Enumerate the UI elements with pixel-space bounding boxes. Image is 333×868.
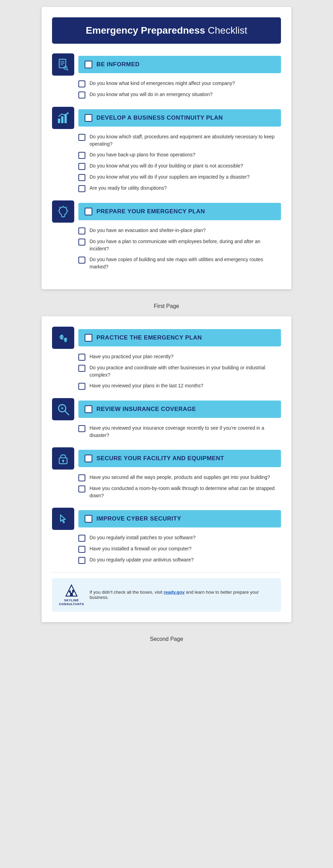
ready-gov-link[interactable]: ready.gov — [164, 590, 185, 595]
title-normal: Checklist — [205, 25, 247, 36]
section-header: PREPARE YOUR EMERGENCY PLAN — [52, 200, 281, 223]
item-checkbox[interactable] — [78, 257, 85, 264]
header-page: Emergency Preparedness Checklist BE INFO… — [42, 7, 291, 289]
section-checkbox-insurance[interactable] — [85, 405, 92, 413]
item-checkbox[interactable] — [78, 152, 85, 159]
section-practice-plan: PRACTICE THE EMERGENCY PLANHave you prac… — [52, 327, 281, 390]
item-text: Do you have a plan to communicate with e… — [89, 238, 281, 252]
section-header: DEVELOP A BUSINESS CONTINUITY PLAN — [52, 107, 281, 129]
section-be-informed: BE INFORMEDDo you know what kind of emer… — [52, 53, 281, 98]
chart-arrow-icon — [52, 107, 74, 129]
item-checkbox[interactable] — [78, 92, 85, 98]
section-header-facility: SECURE YOUR FACILITY AND EQUIPMENT — [52, 447, 281, 470]
list-item: Do you know which staff, procedures and … — [78, 133, 281, 148]
item-text: Do you have copies of building and site … — [89, 256, 281, 270]
section-checkbox-practice-plan[interactable] — [85, 334, 92, 342]
item-checkbox[interactable] — [78, 227, 85, 234]
footer-logo: SKYLINECONSULTANTS — [59, 584, 84, 606]
section-title-practice-plan: PRACTICE THE EMERGENCY PLAN — [96, 334, 202, 341]
list-item: Do you regularly update your antivirus s… — [78, 556, 281, 564]
item-checkbox[interactable] — [78, 383, 85, 390]
item-checkbox[interactable] — [78, 174, 85, 181]
svg-line-21 — [65, 411, 69, 415]
section-title-bar: IMPROVE CYBER SECURITY — [78, 510, 281, 527]
item-text: Have you reviewed your insurance coverag… — [89, 424, 281, 439]
section-checkbox[interactable] — [85, 61, 92, 68]
item-text: Do you know what kind of emergencies mig… — [89, 80, 235, 87]
item-text: Are you ready for utility disruptions? — [89, 184, 167, 192]
section-title-bar: PREPARE YOUR EMERGENCY PLAN — [78, 203, 281, 220]
list-item: Have you secured all the ways people, pr… — [78, 474, 281, 481]
gears-icon — [52, 327, 74, 349]
list-item: Do you practice and coordinate with othe… — [78, 364, 281, 379]
section-checkbox[interactable] — [85, 114, 92, 122]
list-item: Are you ready for utility disruptions? — [78, 184, 281, 192]
item-text: Do you have back-up plans for those oper… — [89, 151, 195, 158]
item-checkbox[interactable] — [78, 474, 85, 481]
page-label-1: First Page — [0, 300, 333, 316]
list-item: Do you know what you will do if your bui… — [78, 162, 281, 170]
item-checkbox[interactable] — [78, 485, 85, 492]
list-item: Do you know what you will do in an emerg… — [78, 91, 281, 98]
section-items-facility: Have you secured all the ways people, pr… — [52, 474, 281, 499]
item-text: Do you know what you will do in an emerg… — [89, 91, 213, 98]
section-insurance: REVIEW INSURANCE COVERAGEHave you review… — [52, 398, 281, 439]
list-item: Do you regularly install patches to your… — [78, 534, 281, 542]
document-search-icon — [52, 53, 74, 76]
section-header-practice-plan: PRACTICE THE EMERGENCY PLAN — [52, 327, 281, 349]
item-text: Do you know which staff, procedures and … — [89, 133, 281, 148]
item-text: Have you conducted a room-by-room walk t… — [89, 485, 281, 499]
item-checkbox[interactable] — [78, 354, 85, 361]
list-item: Have you reviewed your insurance coverag… — [78, 424, 281, 439]
svg-line-13 — [67, 207, 67, 208]
item-checkbox[interactable] — [78, 365, 85, 372]
section-items-practice-plan: Have you practiced your plan recently?Do… — [52, 353, 281, 390]
lock-icon — [52, 447, 74, 470]
svg-rect-28 — [70, 593, 73, 596]
item-text: Do you regularly install patches to your… — [89, 534, 196, 541]
page-label-2: Second Page — [0, 633, 333, 649]
item-text: Have you practiced your plan recently? — [89, 353, 173, 360]
page-title: Emergency Preparedness Checklist — [52, 17, 281, 44]
item-checkbox[interactable] — [78, 134, 85, 141]
item-checkbox[interactable] — [78, 546, 85, 553]
section-checkbox-facility[interactable] — [85, 455, 92, 462]
section-title-bar: DEVELOP A BUSINESS CONTINUITY PLAN — [78, 109, 281, 127]
lightbulb-icon — [52, 200, 74, 223]
item-checkbox[interactable] — [78, 557, 85, 564]
title-bold: Emergency Preparedness — [86, 25, 205, 36]
item-text: Have you reviewed your plans in the last… — [89, 382, 203, 389]
section-items-cyber: Do you regularly install patches to your… — [52, 534, 281, 564]
footer: SKYLINECONSULTANTSIf you didn't check al… — [52, 578, 281, 612]
section-header-cyber: IMPROVE CYBER SECURITY — [52, 508, 281, 530]
section-header: BE INFORMED — [52, 53, 281, 76]
section-title: PREPARE YOUR EMERGENCY PLAN — [96, 208, 205, 215]
svg-rect-29 — [69, 591, 71, 593]
section-cyber: IMPROVE CYBER SECURITYDo you regularly i… — [52, 508, 281, 564]
item-checkbox[interactable] — [78, 163, 85, 170]
item-checkbox[interactable] — [78, 80, 85, 87]
skyline-logo-icon — [65, 584, 78, 598]
item-checkbox[interactable] — [78, 185, 85, 192]
main-title: Emergency Preparedness Checklist — [62, 25, 271, 36]
list-item: Have you reviewed your plans in the last… — [78, 382, 281, 390]
section-title-cyber: IMPROVE CYBER SECURITY — [96, 515, 181, 522]
item-text: Do you know what you will do if your sup… — [89, 173, 249, 181]
item-text: Have you secured all the ways people, pr… — [89, 474, 270, 481]
item-text: Do you have an evacuation and shelter-in… — [89, 227, 206, 234]
item-checkbox[interactable] — [78, 535, 85, 542]
section-title-facility: SECURE YOUR FACILITY AND EQUIPMENT — [96, 455, 224, 462]
section-title-insurance: REVIEW INSURANCE COVERAGE — [96, 406, 196, 413]
item-checkbox[interactable] — [78, 239, 85, 246]
svg-rect-6 — [58, 119, 60, 123]
list-item: Do you have an evacuation and shelter-in… — [78, 227, 281, 234]
footer-text: If you didn't check all the boxes, visit… — [89, 590, 274, 600]
svg-line-12 — [59, 207, 60, 208]
section-checkbox-cyber[interactable] — [85, 515, 92, 523]
page: PRACTICE THE EMERGENCY PLANHave you prac… — [42, 316, 291, 622]
section-items: Do you have an evacuation and shelter-in… — [52, 227, 281, 270]
section-title-bar: REVIEW INSURANCE COVERAGE — [78, 401, 281, 418]
item-checkbox[interactable] — [78, 425, 85, 432]
section-checkbox[interactable] — [85, 208, 92, 215]
section-title-bar: BE INFORMED — [78, 56, 281, 73]
